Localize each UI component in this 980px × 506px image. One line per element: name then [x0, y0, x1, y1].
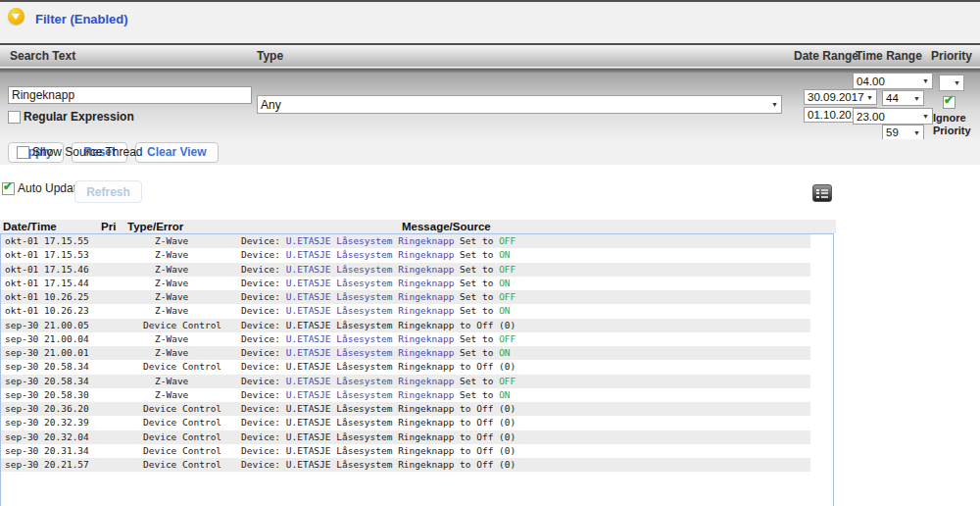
log-row: okt-01 17.15.44Z-WaveDevice: U.ETASJE Lå… [1, 277, 810, 290]
log-table-header: Date/Time Pri Type/Error Message/Source [0, 220, 836, 233]
chevron-down-icon: ▼ [771, 101, 778, 108]
time-from-hour-select[interactable]: 04.00 ▼ [853, 73, 933, 89]
log-row: sep-30 20.32.04Device ControlDevice: U.E… [1, 430, 810, 444]
log-row: okt-01 10.26.23Z-WaveDevice: U.ETASJE Lå… [1, 304, 810, 318]
log-row: sep-30 21.00.05Device ControlDevice: U.E… [1, 319, 810, 332]
log-row: sep-30 21.00.01Z-WaveDevice: U.ETASJE Lå… [1, 346, 810, 360]
priority-column-label: Priority [931, 45, 972, 67]
log-row: sep-30 20.36.20Device ControlDevice: U.E… [1, 402, 810, 416]
log-table-body: okt-01 17.15.55Z-WaveDevice: U.ETASJE Lå… [0, 233, 834, 506]
filter-controls: Regular Expression Any ▼ 30.09.2017 ▼ 01… [0, 73, 980, 139]
chevron-down-icon: ▼ [922, 77, 929, 84]
type-select-value: Any [261, 98, 281, 112]
log-row: sep-30 20.58.34Z-WaveDevice: U.ETASJE Lå… [1, 375, 810, 388]
time-to-minute-value: 59 [886, 126, 899, 138]
time-to-hour-value: 23.00 [857, 111, 885, 123]
log-row: sep-30 20.31.34Device ControlDevice: U.E… [1, 444, 810, 458]
time-to-hour-select[interactable]: 23.00 ▼ [853, 108, 933, 125]
log-row: sep-30 20.32.39Device ControlDevice: U.E… [1, 416, 810, 430]
show-source-thread-label: Show Source Thread [32, 145, 143, 159]
show-source-thread-checkbox[interactable] [17, 146, 29, 159]
log-row: sep-30 20.58.34Device ControlDevice: U.E… [1, 360, 810, 374]
message-column-header: Message/Source [402, 220, 491, 233]
time-from-hour-value: 04.00 [857, 76, 885, 87]
search-input[interactable] [8, 86, 252, 104]
filter-column-headers: Search Text Type Date Range Time Range P… [0, 45, 980, 67]
chevron-down-icon: ▼ [866, 94, 873, 101]
collapse-chevron-icon[interactable] [8, 8, 24, 25]
log-row: okt-01 10.26.25Z-WaveDevice: U.ETASJE Lå… [1, 290, 810, 304]
type-column-header: Type/Error [127, 220, 183, 233]
chevron-down-icon: ▼ [913, 129, 920, 136]
log-row: okt-01 17.15.46Z-WaveDevice: U.ETASJE Lå… [1, 263, 810, 277]
log-row: sep-30 21.00.04Z-WaveDevice: U.ETASJE Lå… [1, 332, 810, 346]
date-from-select[interactable]: 30.09.2017 ▼ [804, 89, 877, 105]
regular-expression-option[interactable]: Regular Expression [8, 110, 134, 124]
list-view-icon[interactable] [812, 184, 832, 202]
filter-title[interactable]: Filter (Enabled) [35, 12, 128, 26]
auto-update-label: Auto Update [18, 181, 83, 195]
priority-select[interactable]: ▼ [939, 75, 964, 91]
time-from-minute-select[interactable]: 44 ▼ [882, 90, 924, 106]
filter-buttons-bar: Apply Reset Clear View Show Source Threa… [0, 139, 980, 165]
chevron-down-icon: ▼ [922, 113, 929, 120]
check-icon: ✔ [944, 94, 954, 107]
auto-update-checkbox[interactable]: ✔ [2, 182, 15, 195]
ignore-priority-option[interactable]: ✔ [943, 96, 956, 109]
date-range-column-label: Date Range [794, 45, 858, 67]
auto-update-option[interactable]: ✔ Auto Update [2, 181, 83, 195]
log-toolbar: ✔ Auto Update Refresh [0, 165, 980, 220]
ignore-priority-checkbox[interactable]: ✔ [943, 96, 956, 109]
log-row: okt-01 17.15.53Z-WaveDevice: U.ETASJE Lå… [1, 248, 810, 262]
chevron-down-icon: ▼ [954, 79, 960, 86]
time-from-minute-value: 44 [886, 92, 899, 104]
refresh-button[interactable]: Refresh [74, 180, 142, 203]
regular-expression-label: Regular Expression [24, 110, 134, 124]
chevron-down-icon: ▼ [913, 95, 920, 102]
regular-expression-checkbox[interactable] [8, 111, 21, 124]
date-from-value: 30.09.2017 [808, 91, 864, 103]
check-icon: ✔ [3, 180, 13, 193]
log-row: sep-30 20.21.57Device ControlDevice: U.E… [1, 458, 810, 472]
ignore-priority-label: Ignore Priority [933, 112, 980, 137]
log-row: sep-30 20.58.30Z-WaveDevice: U.ETASJE Lå… [1, 388, 810, 402]
filter-panel: Search Text Type Date Range Time Range P… [0, 43, 980, 165]
clear-view-button[interactable]: Clear View [135, 142, 218, 163]
show-source-thread-option[interactable]: Show Source Thread [17, 145, 143, 159]
time-range-column-label: Time Range [856, 45, 922, 67]
pri-column-header: Pri [101, 220, 116, 233]
type-select[interactable]: Any ▼ [257, 95, 782, 114]
filter-section-titlebar: Filter (Enabled) [0, 2, 980, 43]
search-text-column-label: Search Text [10, 45, 75, 67]
log-row: okt-01 17.15.55Z-WaveDevice: U.ETASJE Lå… [1, 234, 810, 248]
type-column-label: Type [257, 45, 283, 67]
time-to-minute-select[interactable]: 59 ▼ [882, 125, 924, 140]
log-viewer-page: Filter (Enabled) Search Text Type Date R… [0, 0, 980, 506]
datetime-column-header: Date/Time [3, 220, 57, 233]
